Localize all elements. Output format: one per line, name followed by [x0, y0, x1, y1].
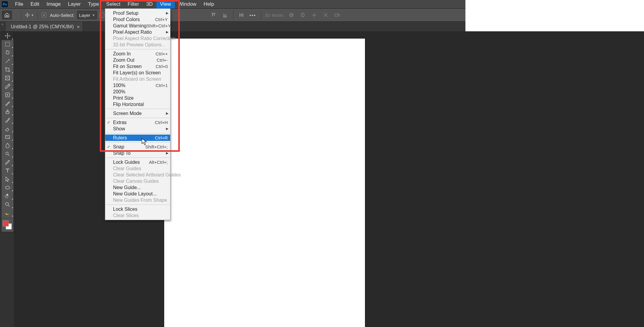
auto-select-target-dropdown[interactable]: Layer ▼: [77, 11, 97, 19]
move-tool-icon[interactable]: ▼: [25, 11, 34, 20]
menu-3d[interactable]: 3D: [143, 0, 156, 8]
menuitem-extras[interactable]: ✓ExtrasCtrl+H: [105, 119, 170, 126]
menuitem-label: Extras: [113, 120, 155, 125]
menuitem-label: Lock Slices: [113, 207, 168, 212]
more-options-button[interactable]: •••: [248, 11, 257, 20]
submenu-arrow-icon: ▶: [166, 30, 168, 34]
menuitem-proof-colors[interactable]: Proof ColorsCtrl+Y: [105, 16, 170, 23]
tool-frame[interactable]: [2, 74, 14, 82]
3d-orbit-icon[interactable]: [287, 11, 296, 20]
menuitem-gamut-warning[interactable]: Gamut WarningShift+Ctrl+Y: [105, 23, 170, 29]
menuitem-100[interactable]: 100%Ctrl+1: [105, 82, 170, 89]
show-transform-checkbox[interactable]: [100, 13, 104, 17]
menu-help[interactable]: Help: [200, 0, 218, 8]
menuitem-rulers[interactable]: RulersCtrl+R: [105, 135, 170, 141]
menuitem-label: Pixel Aspect Ratio: [113, 30, 168, 35]
menu-type[interactable]: Type: [84, 0, 103, 8]
distribute-icon[interactable]: [237, 11, 246, 20]
menuitem-flip-horizontal[interactable]: Flip Horizontal: [105, 101, 170, 107]
tool-path-select[interactable]: [2, 175, 14, 183]
menuitem-200[interactable]: 200%: [105, 89, 170, 95]
menu-file[interactable]: File: [11, 0, 27, 8]
tool-blur[interactable]: [2, 141, 14, 150]
document-tab[interactable]: Untitled-1 @ 25% (CMYK/8#) ✕: [6, 22, 82, 32]
healing-icon: [5, 92, 11, 98]
menuitem-shortcut: Ctrl++: [155, 51, 168, 56]
home-button[interactable]: [2, 11, 12, 20]
menuitem-32-bit-preview-options: 32-bit Preview Options...: [105, 42, 170, 48]
submenu-arrow-icon: ▶: [166, 111, 168, 115]
menuitem-new-guides-from-shape: New Guides From Shape: [105, 197, 170, 203]
menuitem-show[interactable]: Show▶: [105, 126, 170, 132]
tool-eraser[interactable]: [2, 124, 14, 133]
menu-image[interactable]: Image: [43, 0, 64, 8]
svg-point-0: [290, 13, 293, 17]
menuitem-label: Proof Colors: [113, 17, 155, 22]
separator: [21, 11, 21, 20]
menuitem-snap[interactable]: ✓SnapShift+Ctrl+;: [105, 144, 170, 150]
tool-type[interactable]: [2, 167, 14, 175]
tool-marquee[interactable]: [2, 40, 14, 48]
menuitem-label: Rulers: [113, 135, 155, 141]
menuitem-zoom-in[interactable]: Zoom InCtrl++: [105, 51, 170, 57]
menuitem-proof-setup[interactable]: Proof Setup▶: [105, 10, 170, 16]
home-icon: [4, 12, 10, 18]
menuitem-label: Pixel Aspect Ratio Correction: [113, 36, 175, 41]
crop-icon: [5, 67, 11, 73]
tool-banana[interactable]: [2, 209, 14, 217]
tool-eyedropper[interactable]: [2, 82, 14, 91]
color-swatches[interactable]: [2, 219, 14, 230]
foreground-swatch[interactable]: [3, 220, 9, 226]
menuitem-zoom-out[interactable]: Zoom OutCtrl+-: [105, 57, 170, 63]
3d-roll-icon[interactable]: [298, 11, 307, 20]
align-bottom-icon[interactable]: [220, 11, 229, 20]
menuitem-pixel-aspect-ratio[interactable]: Pixel Aspect Ratio▶: [105, 29, 170, 35]
menuitem-new-guide[interactable]: New Guide...: [105, 184, 170, 191]
menu-separator: [106, 157, 170, 158]
menuitem-label: New Guide...: [113, 185, 168, 190]
app-logo-icon: Ps: [2, 1, 8, 7]
3d-pan-icon[interactable]: [310, 11, 319, 20]
tool-pen[interactable]: [2, 158, 14, 167]
menu-filter[interactable]: Filter: [124, 0, 143, 8]
menu-edit[interactable]: Edit: [27, 0, 43, 8]
tool-brush[interactable]: [2, 99, 14, 107]
tool-shape[interactable]: [2, 183, 14, 192]
tool-zoom[interactable]: [2, 200, 14, 209]
tab-expander-icon[interactable]: »: [1, 21, 4, 33]
tool-clone[interactable]: [2, 107, 14, 116]
menuitem-print-size[interactable]: Print Size: [105, 95, 170, 101]
tool-hand[interactable]: [2, 192, 14, 200]
menuitem-screen-mode[interactable]: Screen Mode▶: [105, 110, 170, 117]
menu-separator: [106, 118, 170, 118]
separator: [233, 11, 233, 20]
close-tab-icon[interactable]: ✕: [77, 25, 80, 29]
3d-slide-icon[interactable]: [321, 11, 330, 20]
svg-point-1: [290, 14, 293, 16]
menuitem-lock-guides[interactable]: Lock GuidesAlt+Ctrl+;: [105, 159, 170, 165]
tool-dodge[interactable]: [2, 150, 14, 158]
align-top-icon[interactable]: [209, 11, 218, 20]
menu-view[interactable]: View: [156, 0, 175, 8]
menu-window[interactable]: Window: [175, 0, 200, 8]
tool-history-brush[interactable]: [2, 116, 14, 124]
tool-magic-wand[interactable]: [2, 57, 14, 65]
document-canvas[interactable]: [164, 39, 365, 327]
menuitem-shortcut: Ctrl+0: [156, 64, 168, 69]
tool-gradient[interactable]: [2, 133, 14, 141]
tool-healing[interactable]: [2, 91, 14, 99]
menuitem-fit-layer-s-on-screen[interactable]: Fit Layer(s) on Screen: [105, 70, 170, 76]
3d-camera-icon[interactable]: [333, 11, 342, 20]
menuitem-fit-on-screen[interactable]: Fit on ScreenCtrl+0: [105, 63, 170, 70]
menu-select[interactable]: Select: [103, 0, 124, 8]
tool-move[interactable]: [2, 32, 14, 40]
auto-select-checkbox[interactable]: [41, 13, 46, 17]
tool-lasso[interactable]: [2, 48, 14, 57]
menuitem-new-guide-layout[interactable]: New Guide Layout...: [105, 191, 170, 197]
tool-crop[interactable]: [2, 65, 14, 74]
menuitem-label: New Guides From Shape: [113, 198, 168, 203]
menu-layer[interactable]: Layer: [64, 0, 84, 8]
menuitem-snap-to[interactable]: Snap To▶: [105, 150, 170, 156]
separator: [38, 11, 38, 20]
menuitem-lock-slices[interactable]: Lock Slices: [105, 206, 170, 212]
